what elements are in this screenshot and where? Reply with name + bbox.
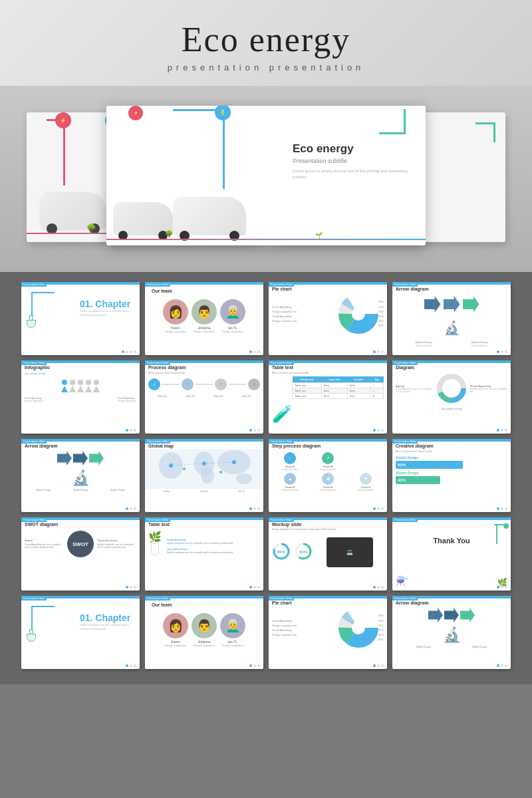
arrow-3 [463,296,479,313]
main-text-area: Eco energy Presentation subtitle Lorem I… [293,142,416,180]
table-sub-1: More choices and visual trends [269,370,387,375]
chapter-text-area: 01. Chapter Stylish templates can be a v… [80,299,133,317]
process-line-2 [196,384,213,385]
svg-text:80%: 80% [277,550,286,554]
main-eco-body: Lorem Ipsum is simply dummy text of the … [293,168,416,180]
slide-label-16: Presentation Slide [392,517,418,522]
thumb-thankyou[interactable]: Presentation Slide Thank You ⚗️ 🌿 [392,517,511,591]
thumb-step-process[interactable]: Presentation Slide Step process diagram … [269,439,387,512]
thumb-table-1[interactable]: Presentation Slide Table text More choic… [269,360,387,434]
main-green-h [379,132,406,134]
arr3-lbl-2: Stylish Design [472,646,487,648]
pie-label-2: Design inspiration for [272,309,338,314]
infographic-labels: Visual AppealingDesign inspiration Visua… [21,396,140,404]
footer-dot [501,586,503,589]
arr3-1 [428,608,443,622]
footer-dot [134,350,136,353]
person-body-5 [93,386,100,392]
thumb-diagram-1[interactable]: Presentation Slide Diagram Appeal Visual… [392,360,511,434]
car-left [40,192,106,229]
footer-dot [249,586,252,589]
slide-main[interactable]: ⚡ 🔋 🌳 🌱 Eco energy Presentation subtitle… [106,106,426,245]
td-4: ✓ [370,383,383,388]
eco-icon-red: ⚡ [60,118,66,124]
arr2-3 [89,451,104,466]
pie2-v1: 35% [378,613,384,618]
thumb-team-1[interactable]: Presentation Slide Our team 👩 Karen Desi… [145,282,263,355]
thumb-row-3: Presentation Slide Arrow diagram 🔬 Styli… [7,439,525,512]
step-item-4: ● Visual 01 Design inspiration [272,473,308,491]
thumb-pie-1[interactable]: Presentation Slide Pie chart Visual Appe… [269,282,387,355]
table-row-3: Table row Item Item ✗ [293,394,384,399]
thumb-row-2: Presentation Slide Infographic Top quali… [7,360,525,434]
slide-footer-11 [373,507,384,510]
thumb-pie-2[interactable]: Presentation Slide Pie chart Visual Appe… [269,596,387,669]
thumb-arrow-3[interactable]: Presentation Slide Arrow diagram 🔬 Styli… [392,596,511,669]
thumb-team-2[interactable]: Presentation Slide Our team 👩 Karen Desi… [145,596,263,669]
thumb-swot[interactable]: Presentation Slide SWOT diagram Appeal V… [21,517,140,591]
footer-dot [126,507,128,510]
main-subtitle: presentation presentation [13,63,519,72]
arr3-3 [460,608,475,622]
ch2-flask-body [27,634,36,642]
swot-left: Appeal Visual Appealing can be a valuabl… [25,539,64,549]
people-icons [21,376,140,396]
arrow-label-2: Stylish DesignDesign inspiration [471,340,487,347]
progress-svg-2: 60% [294,542,313,561]
slide-label-3: Presentation Slide [269,282,294,287]
person-head-3 [78,380,83,385]
slide-label-14: Presentation Slide [145,517,170,522]
thumbnails-container: Presentation Slide 01. Chapter Stylish t… [0,272,532,684]
arr3-2 [444,608,459,622]
svg-point-9 [201,467,214,483]
arr2-2 [73,451,88,466]
thumb-process[interactable]: Presentation Slide Process diagram More … [145,360,263,434]
footer-dot [249,664,252,667]
thumb-mockup[interactable]: Presentation Slide Mockup slide Design i… [269,517,387,591]
slide-label-18: Presentation Slide [145,596,170,600]
svg-text:60%: 60% [299,550,308,554]
svg-point-16 [219,471,222,473]
thumb-chapter-2[interactable]: Presentation Slide 01. Chapter Stylish t… [21,596,140,669]
ch2-flask [27,629,36,642]
step-desc-2: Design inspiration [310,468,346,471]
footer-dot [134,507,136,510]
main-green-v [404,109,406,132]
ch2-num: 01. Chapter [80,612,133,623]
pie2-v4: 15% [378,628,384,632]
green-v-line [493,122,495,142]
mini-table: Traditional Type title Comfor Tip Table … [292,376,384,399]
thumb-table-2[interactable]: Presentation Slide Table text 🌿 Visual A… [145,517,263,591]
header-section: Eco energy presentation presentation [0,0,532,86]
thumb-infographic[interactable]: Presentation Slide Infographic Top quali… [21,360,140,434]
map-container [145,449,263,489]
pie2-v3: 70% [378,623,384,628]
footer-dot [377,429,380,432]
footer-dot [497,586,499,589]
thumb-creative[interactable]: Presentation Slide Creative diagram More… [392,439,511,512]
thumb-chapter-1[interactable]: Presentation Slide 01. Chapter Stylish t… [21,282,140,355]
footer-dot [497,350,499,353]
th-2: Type title [322,376,348,383]
footer-dot [249,350,252,353]
pie2-v6: 60% [378,637,384,642]
footer-dot [501,507,503,510]
info-label-2: Visual AppealingDesign inspiration [118,397,136,402]
footer-dot [253,586,256,589]
footer-dot [249,429,252,432]
thumb-map[interactable]: Presentation Slide Global map [145,439,263,512]
slide-label-9: Presentation Slide [21,439,47,444]
main-blue-circle: 🔋 [215,106,231,120]
footer-dot [505,507,507,510]
swot-text-1: Visual Appealing can be a valuable aid t… [25,543,64,549]
slide-label-13: Presentation Slide [21,517,47,522]
thumb-arrow-1[interactable]: Presentation Slide Arrow diagram 🔬 Styli… [392,282,511,355]
diagram-svg [437,374,467,404]
thankyou-text: Thank You [392,520,511,545]
footer-dot [505,664,507,667]
footer-dot [130,350,132,353]
plant-1: 🌿 [148,531,162,555]
slide-footer-4 [497,350,507,353]
step-grid: ↑ Visual 05 Design inspiration ↗ Visual … [269,449,387,495]
thumb-arrow-2[interactable]: Presentation Slide Arrow diagram 🔬 Styli… [21,439,140,512]
